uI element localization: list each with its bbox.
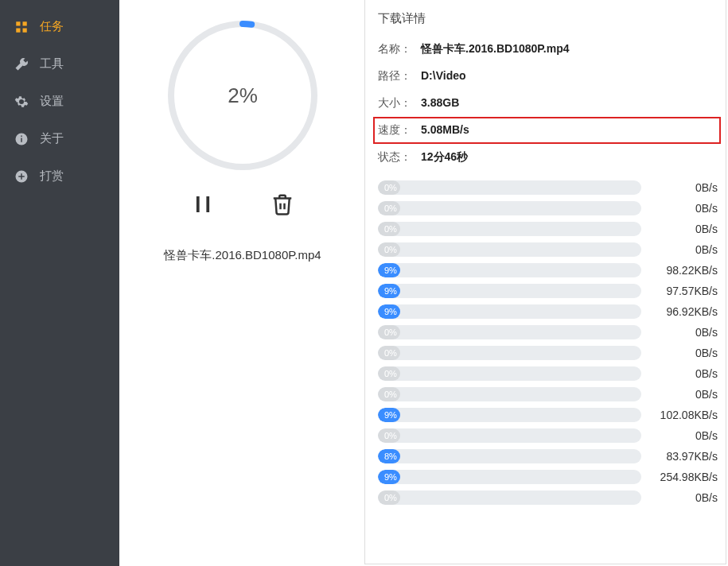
connection-progress-bar: 9% (378, 263, 641, 277)
sidebar-item-tasks[interactable]: 任务 (0, 8, 119, 45)
connection-progress-fill: 0% (378, 180, 400, 195)
connections-list[interactable]: 0%0B/s0%0B/s0%0B/s0%0B/s9%98.22KB/s9%97.… (378, 177, 721, 543)
connection-speed: 96.92KB/s (649, 305, 718, 318)
connection-progress-fill: 0% (378, 387, 400, 401)
connection-progress-fill: 0% (378, 346, 400, 360)
task-pane: 2% 怪兽卡车.2016.BD1080P.mp4 (119, 0, 366, 566)
connection-progress-fill: 0% (378, 222, 400, 236)
connection-progress-fill: 9% (378, 284, 400, 298)
sidebar-item-label: 任务 (40, 19, 64, 34)
info-label: 大小： (378, 96, 421, 110)
svg-rect-9 (18, 176, 25, 177)
info-label: 速度： (378, 123, 421, 138)
connection-progress-fill: 9% (378, 470, 400, 484)
connection-row: 0%0B/s (378, 487, 718, 508)
connection-row: 0%0B/s (378, 177, 718, 198)
connection-speed: 0B/s (649, 491, 718, 504)
connection-speed: 97.57KB/s (649, 285, 718, 297)
connection-row: 0%0B/s (378, 425, 718, 446)
gear-icon (14, 95, 29, 109)
connection-row: 9%254.98KB/s (378, 467, 718, 487)
connection-row: 0%0B/s (378, 343, 718, 363)
connection-row: 0%0B/s (378, 322, 718, 343)
connection-progress-fill: 0% (378, 201, 400, 215)
connection-progress-bar: 0% (378, 387, 641, 401)
info-value: 12分46秒 (421, 150, 468, 165)
sidebar-item-donate[interactable]: 打赏 (0, 157, 119, 195)
connection-progress-bar: 0% (378, 346, 641, 360)
info-value: D:\Video (421, 69, 466, 83)
connection-progress-fill: 9% (378, 408, 400, 422)
info-icon (14, 132, 29, 146)
connection-progress-fill: 0% (378, 366, 400, 381)
info-row-name: 名称： 怪兽卡车.2016.BD1080P.mp4 (378, 36, 721, 63)
progress-percent-label: 2% (163, 16, 322, 175)
connection-speed: 0B/s (649, 202, 718, 215)
progress-ring: 2% (163, 16, 322, 175)
connection-row: 0%0B/s (378, 363, 718, 384)
connection-speed: 0B/s (649, 326, 718, 339)
pause-button[interactable] (191, 192, 215, 216)
connection-row: 0%0B/s (378, 198, 718, 219)
sidebar: 任务工具设置关于打赏 (0, 0, 119, 566)
svg-rect-3 (23, 28, 27, 32)
connection-progress-bar: 9% (378, 284, 641, 298)
connection-row: 0%0B/s (378, 239, 718, 260)
connection-progress-fill: 0% (378, 490, 400, 505)
pause-icon (191, 192, 215, 216)
plus-circle-icon (14, 169, 29, 184)
connection-row: 9%98.22KB/s (378, 260, 718, 281)
connection-progress-fill: 9% (378, 304, 400, 319)
task-filename: 怪兽卡车.2016.BD1080P.mp4 (119, 248, 366, 263)
info-value: 5.08MB/s (421, 123, 469, 138)
grid-icon (14, 20, 29, 34)
connection-row: 8%83.97KB/s (378, 446, 718, 467)
connection-progress-fill: 9% (378, 263, 400, 277)
svg-rect-0 (16, 21, 20, 25)
wrench-icon (14, 57, 29, 72)
info-row-size: 大小： 3.88GB (378, 90, 721, 117)
connection-progress-fill: 0% (378, 325, 400, 339)
svg-rect-6 (21, 135, 22, 137)
sidebar-item-label: 打赏 (40, 169, 64, 184)
connection-speed: 102.08KB/s (649, 409, 718, 421)
connection-row: 9%102.08KB/s (378, 405, 718, 425)
connection-speed: 0B/s (649, 347, 718, 359)
info-row-path: 路径： D:\Video (378, 63, 721, 90)
sidebar-item-settings[interactable]: 设置 (0, 83, 119, 120)
connection-progress-fill: 8% (378, 449, 400, 463)
connection-speed: 0B/s (649, 181, 718, 194)
connection-speed: 83.97KB/s (649, 450, 718, 463)
details-title: 下载详情 (378, 11, 721, 26)
details-panel: 下载详情 名称： 怪兽卡车.2016.BD1080P.mp4 路径： D:\Vi… (364, 0, 726, 564)
info-label: 路径： (378, 69, 421, 83)
info-value: 3.88GB (421, 96, 459, 110)
svg-rect-5 (21, 138, 22, 142)
sidebar-item-tools[interactable]: 工具 (0, 45, 119, 83)
connection-progress-bar: 9% (378, 304, 641, 319)
connection-row: 0%0B/s (378, 219, 718, 239)
connection-progress-fill: 0% (378, 428, 400, 443)
connection-speed: 0B/s (649, 243, 718, 256)
connection-speed: 0B/s (649, 367, 718, 380)
connection-speed: 98.22KB/s (649, 264, 718, 277)
connection-row: 9%97.57KB/s (378, 281, 718, 301)
connection-progress-bar: 0% (378, 490, 641, 505)
info-value: 怪兽卡车.2016.BD1080P.mp4 (421, 42, 570, 56)
connection-progress-bar: 0% (378, 180, 641, 195)
svg-rect-2 (16, 28, 20, 32)
connection-row: 9%96.92KB/s (378, 301, 718, 322)
connection-progress-bar: 9% (378, 408, 641, 422)
connection-progress-bar: 0% (378, 222, 641, 236)
delete-button[interactable] (271, 192, 294, 216)
sidebar-item-label: 关于 (40, 131, 64, 146)
connection-progress-bar: 0% (378, 366, 641, 381)
connection-speed: 0B/s (649, 429, 718, 442)
connection-row: 0%0B/s (378, 384, 718, 405)
sidebar-item-about[interactable]: 关于 (0, 120, 119, 157)
connection-progress-fill: 0% (378, 242, 400, 257)
connection-speed: 254.98KB/s (649, 471, 718, 483)
info-row-speed: 速度： 5.08MB/s (373, 117, 721, 144)
sidebar-item-label: 设置 (40, 94, 64, 109)
connection-speed: 0B/s (649, 388, 718, 401)
